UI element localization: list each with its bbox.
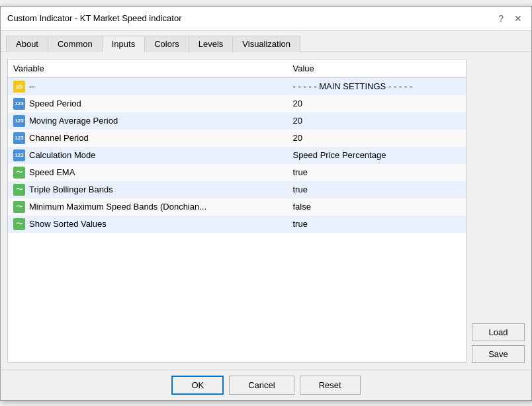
variable-cell: ab-- [8,77,287,95]
variable-name: Triple Bollinger Bands [29,184,113,194]
variables-table: Variable Value ab--- - - - - MAIN SETTIN… [8,60,466,233]
table-row[interactable]: 〜Speed EMAtrue [8,164,466,181]
variable-cell: 123Speed Period [8,95,287,112]
save-button[interactable]: Save [472,345,525,363]
close-button[interactable]: ✕ [511,12,525,25]
wave-icon: 〜 [13,167,25,179]
value-cell: 20 [287,130,466,147]
value-cell: true [287,164,466,181]
title-controls: ? ✕ [496,12,525,25]
tabs-row: About Common Inputs Colors Levels Visual… [1,31,531,52]
tab-colors[interactable]: Colors [145,36,189,52]
footer: OK Cancel Reset [1,370,531,400]
123-icon: 123 [13,132,25,144]
123-icon: 123 [13,98,25,110]
value-cell: false [287,198,466,216]
title-bar: Custom Indicator - KT Market Speed indic… [1,7,531,31]
variable-cell: 〜Minimum Maximum Speed Bands (Donchian..… [8,198,287,216]
123-icon: 123 [13,149,25,161]
col-variable: Variable [8,60,287,78]
table-row[interactable]: 〜Minimum Maximum Speed Bands (Donchian..… [8,198,466,216]
variable-name: Calculation Mode [29,150,95,160]
variable-name: Moving Average Period [29,116,118,126]
123-icon: 123 [13,115,25,127]
value-cell: - - - - - MAIN SETTINGS - - - - - [287,77,466,95]
value-cell: Speed Price Percentage [287,147,466,164]
variable-cell: 123Calculation Mode [8,147,287,164]
table-row[interactable]: ab--- - - - - MAIN SETTINGS - - - - - [8,77,466,95]
value-cell: true [287,216,466,233]
variable-cell: 123Channel Period [8,130,287,147]
variable-name: Minimum Maximum Speed Bands (Donchian... [29,202,206,212]
variable-name: Channel Period [29,133,89,143]
side-buttons: Load Save [472,59,525,363]
tab-levels[interactable]: Levels [189,36,234,52]
variable-name: Speed EMA [29,167,75,177]
table-row[interactable]: 123Calculation ModeSpeed Price Percentag… [8,147,466,164]
load-button[interactable]: Load [472,323,525,341]
reset-button[interactable]: Reset [300,376,361,395]
tab-about[interactable]: About [6,36,48,52]
table-area: Variable Value ab--- - - - - MAIN SETTIN… [7,59,466,363]
tab-visualization[interactable]: Visualization [233,36,300,52]
col-value: Value [287,60,466,78]
variable-name: -- [29,81,35,91]
table-row[interactable]: 〜Show Sorted Valuestrue [8,216,466,233]
variable-name: Show Sorted Values [29,219,107,229]
help-button[interactable]: ? [496,12,506,25]
table-container: Variable Value ab--- - - - - MAIN SETTIN… [7,59,466,363]
table-row[interactable]: 123Speed Period20 [8,95,466,112]
value-cell: 20 [287,112,466,130]
value-cell: 20 [287,95,466,112]
wave-icon: 〜 [13,184,25,196]
cancel-button[interactable]: Cancel [229,376,294,395]
variable-cell: 〜Speed EMA [8,164,287,181]
ab-icon: ab [13,81,25,93]
main-layout: Variable Value ab--- - - - - MAIN SETTIN… [1,52,531,370]
variable-cell: 〜Show Sorted Values [8,216,287,233]
ok-button[interactable]: OK [171,376,224,395]
table-header: Variable Value [8,60,466,78]
variable-cell: 123Moving Average Period [8,112,287,130]
wave-icon: 〜 [13,218,25,230]
window-title: Custom Indicator - KT Market Speed indic… [7,13,182,23]
variable-cell: 〜Triple Bollinger Bands [8,181,287,198]
main-window: Custom Indicator - KT Market Speed indic… [0,6,532,401]
table-row[interactable]: 123Channel Period20 [8,130,466,147]
tab-common[interactable]: Common [48,36,103,52]
variable-name: Speed Period [29,99,81,108]
table-row[interactable]: 〜Triple Bollinger Bandstrue [8,181,466,198]
wave-icon: 〜 [13,201,25,213]
table-row[interactable]: 123Moving Average Period20 [8,112,466,130]
tab-inputs[interactable]: Inputs [103,36,145,52]
value-cell: true [287,181,466,198]
table-body: ab--- - - - - MAIN SETTINGS - - - - -123… [8,77,466,233]
